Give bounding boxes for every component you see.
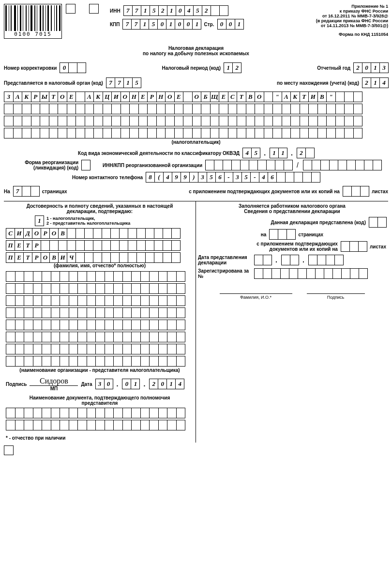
kpp-label: КПП	[110, 22, 120, 27]
organ-label: Представляется в налоговый орган (код)	[4, 80, 103, 86]
doc-name-grid[interactable]	[6, 408, 194, 430]
year-label: Отчетный год	[317, 65, 350, 71]
appendix-text: Приложение № 1 к приказу ФНС России от 1…	[316, 4, 388, 37]
r-sheets-word: листах	[370, 244, 386, 249]
footnote: * - отчество при наличии	[6, 435, 194, 441]
place-cells[interactable]: 214	[362, 77, 388, 88]
reorg-code-cell[interactable]	[81, 160, 90, 170]
doc-label: Наименование документа, подтверждающего …	[6, 395, 194, 406]
period-cells[interactable]: 12	[224, 62, 241, 73]
sheets-word: листах	[372, 189, 388, 194]
checkbox[interactable]	[89, 4, 99, 14]
reorg-innkpp-label: ИНН/КПП реорганизованной организации	[103, 163, 202, 168]
r-sign-label: Подпись	[307, 293, 365, 300]
signature: Сидоров	[30, 377, 78, 386]
org-name-grid[interactable]	[6, 271, 194, 367]
reg-label: Зарегистрирована за №	[198, 268, 251, 279]
barcode: 0100 7015	[4, 4, 62, 39]
r-fio-label: Фамилия, И.О.*	[220, 293, 292, 300]
str-label: Стр.	[204, 22, 214, 27]
taxpayer-note: (налогоплательщик)	[4, 139, 388, 145]
mp-label: МП	[30, 386, 78, 391]
checkbox-bottom[interactable]	[4, 445, 14, 455]
confirmation-block: Достоверность и полноту сведений, указан…	[4, 201, 196, 443]
r-date-day[interactable]	[254, 255, 271, 265]
phone-cells[interactable]: 8(499)356-35-46	[146, 172, 320, 183]
fio-note: (фамилия, имя, отчество* полностью)	[6, 263, 194, 268]
present-label: Данная декларация представлена (код)	[271, 220, 366, 225]
corr-label: Номер корректировки	[4, 65, 57, 71]
okved-cells[interactable]: 45	[242, 148, 260, 158]
kpp-cells[interactable]: 771501001	[122, 19, 201, 30]
org-note: (наименование организации - представител…	[6, 368, 194, 373]
r-attach-cells[interactable]	[341, 241, 367, 252]
reg-cells[interactable]	[254, 268, 367, 279]
phone-label: Номер контактного телефона	[72, 175, 143, 180]
right-title2: Сведения о представлении декларации	[198, 209, 386, 214]
title: Налоговая декларация по налогу на добычу…	[4, 46, 388, 56]
date-label: Дата	[81, 382, 92, 387]
reorg-kpp-cells[interactable]	[303, 160, 381, 170]
okved-cells[interactable]: 11	[270, 148, 287, 158]
right-title1: Заполняется работником налогового органа	[198, 203, 386, 209]
reorg-inn-cells[interactable]	[205, 160, 292, 170]
who-opt1: 1 - налогоплательщик,	[46, 216, 130, 221]
header-block: 0100 7015 ИНН 7715210452 КПП 771501001 С…	[4, 4, 388, 39]
r-attach-label: с приложением подтверждающих документов …	[251, 241, 338, 252]
r-pages-word: страницах	[298, 232, 323, 237]
lastname-cells[interactable]: СИДОРОВ	[6, 228, 194, 239]
who-opt2: 2 - представитель налогоплательщика	[46, 221, 130, 226]
date-month[interactable]: 01	[122, 379, 139, 389]
firstname-cells[interactable]: ПЕТР	[6, 240, 194, 251]
str-cells: 001	[217, 19, 243, 30]
sign-label: Подпись	[6, 382, 27, 387]
attach-cells[interactable]	[343, 186, 369, 197]
barcode-number: 0100 7015	[5, 31, 60, 37]
inn-label: ИНН	[110, 8, 121, 14]
present-cells[interactable]	[369, 217, 386, 228]
okved-cells[interactable]: 2	[297, 148, 314, 158]
attach-label: с приложением подтверждающих документов …	[189, 189, 340, 194]
tax-office-block: Заполняется работником налогового органа…	[196, 201, 388, 443]
checkbox[interactable]	[66, 4, 75, 14]
patronymic-cells[interactable]: ПЕТРОВИЧ	[6, 252, 194, 263]
year-cells[interactable]: 2013	[353, 62, 388, 73]
period-label: Налоговый период (код)	[162, 65, 221, 71]
reorg-label: Форма реорганизации (ликвидация) (код)	[11, 160, 78, 170]
r-date-year[interactable]	[308, 255, 343, 265]
date-year[interactable]: 2014	[149, 379, 184, 389]
r-pages-cells[interactable]	[269, 229, 295, 240]
r-date-month[interactable]	[281, 255, 299, 265]
r-date-label: Дата представления декларации	[198, 255, 251, 265]
taxpayer-name-grid[interactable]: ЗАКРЫТОЕАКЦИОНЕРНОЕОБЩЕСТВО"АКТИВ"	[4, 92, 388, 138]
pages-word: страницах	[42, 189, 67, 194]
okved-label: Код вида экономической деятельности по к…	[78, 151, 240, 156]
r-on-label: на	[261, 232, 267, 237]
organ-cells[interactable]: 7715	[106, 77, 141, 88]
date-day[interactable]: 30	[95, 379, 113, 389]
left-title: Достоверность и полноту сведений, указан…	[6, 203, 194, 214]
on-label: На	[4, 189, 10, 194]
who-code[interactable]: 1	[35, 215, 44, 226]
inn-cells[interactable]: 7715210452	[123, 5, 228, 16]
corr-cells[interactable]: 0	[60, 62, 86, 73]
place-label: по месту нахождения (учета) (код)	[277, 80, 359, 86]
pages-cells[interactable]: 7	[13, 186, 39, 197]
